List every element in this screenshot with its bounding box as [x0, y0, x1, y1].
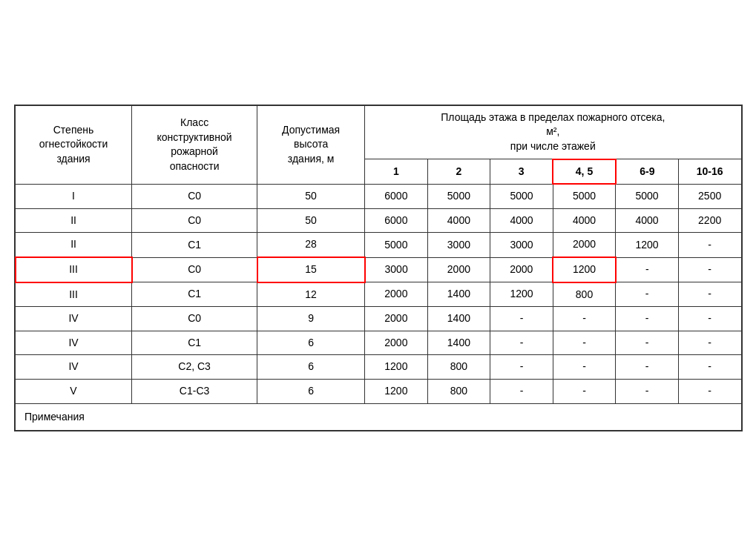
cell-floor-3: 1200 — [490, 282, 553, 307]
header-degree: Степень огнестойкости здания — [16, 105, 132, 184]
notes-cell: Примечания — [16, 403, 742, 431]
cell-floor-6: - — [678, 233, 741, 257]
cell-floor-3: - — [490, 355, 553, 380]
cell-floor-2: 3000 — [427, 233, 490, 257]
cell-floor-4: 2000 — [553, 233, 616, 257]
cell-floor-5: - — [616, 379, 679, 403]
cell-floor-6: - — [678, 282, 741, 307]
cell-floor-2: 1400 — [427, 331, 490, 355]
cell-floor-6: - — [678, 379, 741, 403]
cell-floor-2: 2000 — [427, 257, 490, 282]
fire-safety-table: Степень огнестойкости здания Класс конст… — [15, 105, 742, 431]
table-row: IVС2, С361200800---- — [16, 355, 742, 380]
cell-floor-4: - — [553, 355, 616, 380]
cell-floor-4: - — [553, 331, 616, 355]
table-row: IIС12850003000300020001200- — [16, 233, 742, 257]
cell-floor-5: 1200 — [616, 233, 679, 257]
cell-degree: IV — [16, 307, 132, 331]
table-row: IIС050600040004000400040002200 — [16, 208, 742, 233]
table-row: IIIС112200014001200800-- — [16, 282, 742, 307]
cell-floor-3: - — [490, 379, 553, 403]
cell-floor-5: - — [616, 257, 679, 282]
cell-floor-4: 800 — [553, 282, 616, 307]
cell-floor-2: 1400 — [427, 282, 490, 307]
cell-floor-3: 5000 — [490, 184, 553, 208]
cell-floor-6: - — [678, 257, 741, 282]
cell-floor-4: 5000 — [553, 184, 616, 208]
cell-floor-3: 3000 — [490, 233, 553, 257]
cell-degree: II — [16, 208, 132, 233]
cell-floor-1: 2000 — [365, 282, 428, 307]
cell-floor-6: - — [678, 307, 741, 331]
cell-height: 12 — [257, 282, 365, 307]
cell-class: С2, С3 — [132, 355, 257, 380]
cell-degree: IV — [16, 355, 132, 380]
cell-height: 6 — [257, 379, 365, 403]
table-row: IVС0920001400---- — [16, 307, 742, 331]
cell-floor-5: - — [616, 282, 679, 307]
cell-class: С0 — [132, 208, 257, 233]
cell-floor-1: 6000 — [365, 184, 428, 208]
cell-floor-3: - — [490, 331, 553, 355]
cell-floor-2: 800 — [427, 379, 490, 403]
table-wrapper: Степень огнестойкости здания Класс конст… — [14, 105, 743, 431]
header-area: Площадь этажа в пределах пожарного отсек… — [365, 105, 741, 159]
cell-degree: I — [16, 184, 132, 208]
cell-height: 6 — [257, 355, 365, 380]
cell-floor-1: 1200 — [365, 355, 428, 380]
cell-floor-1: 2000 — [365, 307, 428, 331]
cell-degree: III — [16, 282, 132, 307]
cell-height: 50 — [257, 208, 365, 233]
cell-floor-2: 800 — [427, 355, 490, 380]
cell-floor-5: 5000 — [616, 184, 679, 208]
cell-degree: III — [16, 257, 132, 282]
cell-floor-4: 1200 — [553, 257, 616, 282]
header-height: Допустимая высота здания, м — [257, 105, 365, 184]
notes-row: Примечания — [16, 403, 742, 431]
cell-height: 6 — [257, 331, 365, 355]
cell-floor-4: - — [553, 379, 616, 403]
cell-floor-5: - — [616, 355, 679, 380]
header-class: Класс конструктивной pожарной опасности — [132, 105, 257, 184]
cell-floor-3: - — [490, 307, 553, 331]
header-floor-1: 1 — [365, 159, 428, 185]
cell-floor-5: - — [616, 331, 679, 355]
cell-floor-1: 3000 — [365, 257, 428, 282]
cell-floor-5: 4000 — [616, 208, 679, 233]
cell-height: 15 — [257, 257, 365, 282]
cell-floor-6: - — [678, 331, 741, 355]
cell-floor-2: 1400 — [427, 307, 490, 331]
cell-degree: II — [16, 233, 132, 257]
cell-floor-1: 1200 — [365, 379, 428, 403]
header-floor-2: 2 — [427, 159, 490, 185]
cell-height: 9 — [257, 307, 365, 331]
table-row: IС050600050005000500050002500 — [16, 184, 742, 208]
header-floor-69: 6-9 — [616, 159, 679, 185]
cell-height: 50 — [257, 184, 365, 208]
cell-floor-6: - — [678, 355, 741, 380]
cell-class: С0 — [132, 257, 257, 282]
table-row: IIIС0153000200020001200-- — [16, 257, 742, 282]
cell-floor-4: - — [553, 307, 616, 331]
cell-floor-2: 4000 — [427, 208, 490, 233]
cell-class: С1-С3 — [132, 379, 257, 403]
cell-degree: V — [16, 379, 132, 403]
cell-class: С1 — [132, 282, 257, 307]
cell-floor-2: 5000 — [427, 184, 490, 208]
header-floor-3: 3 — [490, 159, 553, 185]
cell-floor-1: 6000 — [365, 208, 428, 233]
cell-floor-3: 2000 — [490, 257, 553, 282]
cell-height: 28 — [257, 233, 365, 257]
cell-floor-6: 2200 — [678, 208, 741, 233]
cell-class: С0 — [132, 307, 257, 331]
cell-class: С1 — [132, 233, 257, 257]
cell-floor-1: 2000 — [365, 331, 428, 355]
cell-class: С1 — [132, 331, 257, 355]
cell-floor-4: 4000 — [553, 208, 616, 233]
cell-class: С0 — [132, 184, 257, 208]
cell-floor-3: 4000 — [490, 208, 553, 233]
header-floor-1016: 10-16 — [678, 159, 741, 185]
table-row: VС1-С361200800---- — [16, 379, 742, 403]
table-row: IVС1620001400---- — [16, 331, 742, 355]
header-floor-45: 4, 5 — [553, 159, 616, 185]
